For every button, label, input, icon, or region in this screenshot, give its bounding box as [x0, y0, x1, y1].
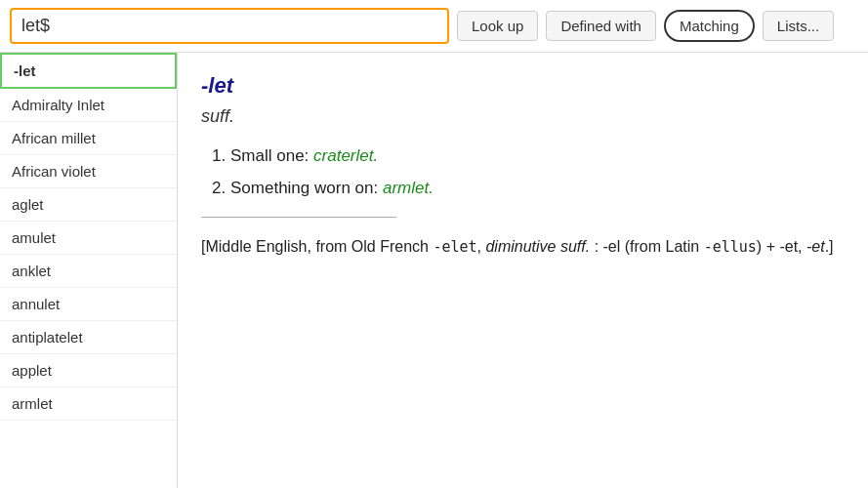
search-input[interactable] — [10, 8, 449, 44]
definition-pos: suff. — [201, 102, 845, 131]
etymology-et: -et — [806, 238, 825, 255]
lists-button[interactable]: Lists... — [763, 11, 834, 41]
sidebar-item-annulet[interactable]: annulet — [0, 288, 177, 321]
definition-word: -let — [201, 68, 845, 102]
definition-example-link[interactable]: craterlet. — [313, 146, 378, 165]
definition-panel: -let suff. Small one: craterlet.Somethin… — [178, 53, 868, 488]
sidebar-item-applet[interactable]: applet — [0, 354, 177, 387]
definition-sense-1: Small one: craterlet. — [230, 142, 845, 169]
etymology-ellus: -ellus — [704, 238, 757, 256]
sidebar-item-anklet[interactable]: anklet — [0, 255, 177, 288]
sidebar-item-let[interactable]: -let — [0, 53, 177, 89]
etymology-elet: -elet — [433, 238, 476, 256]
lookup-button[interactable]: Look up — [457, 11, 538, 41]
main-content: -letAdmiralty InletAfrican milletAfrican… — [0, 53, 868, 488]
defined-with-button[interactable]: Defined with — [546, 11, 656, 41]
etymology-diminutive: diminutive suff. — [485, 238, 590, 255]
sidebar: -letAdmiralty InletAfrican milletAfrican… — [0, 53, 178, 488]
definition-senses: Small one: craterlet.Something worn on: … — [230, 142, 845, 201]
sidebar-item-african-millet[interactable]: African millet — [0, 122, 177, 155]
sidebar-item-antiplatelet[interactable]: antiplatelet — [0, 321, 177, 354]
definition-etymology: [Middle English, from Old French -elet, … — [201, 233, 845, 261]
sidebar-item-aglet[interactable]: aglet — [0, 188, 177, 222]
matching-button[interactable]: Matching — [664, 10, 755, 42]
sidebar-item-armlet[interactable]: armlet — [0, 387, 177, 421]
sidebar-item-admiralty-inlet[interactable]: Admiralty Inlet — [0, 89, 177, 122]
sidebar-item-amulet[interactable]: amulet — [0, 222, 177, 255]
definition-sense-2: Something worn on: armlet. — [230, 175, 845, 201]
definition-divider — [201, 217, 396, 218]
toolbar: Look up Defined with Matching Lists... — [0, 0, 868, 53]
definition-example-link[interactable]: armlet. — [383, 179, 434, 197]
sidebar-item-african-violet[interactable]: African violet — [0, 155, 177, 188]
